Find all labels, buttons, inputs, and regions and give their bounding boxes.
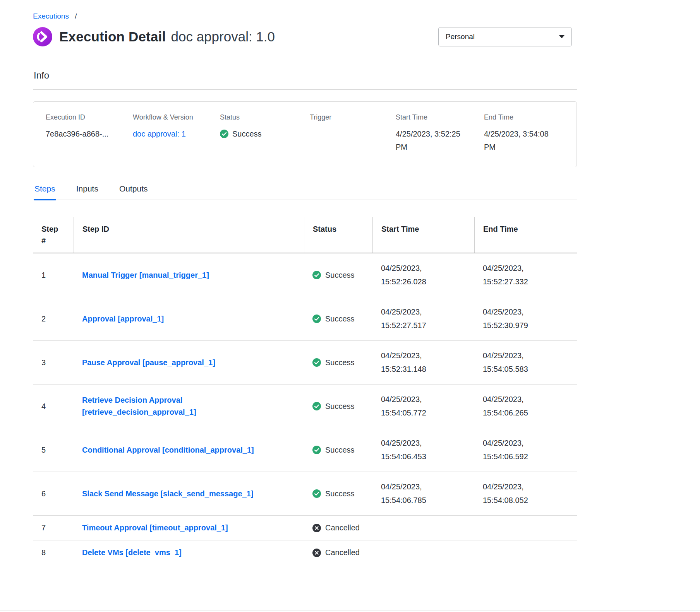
table-row: 8 Delete VMs [delete_vms_1] Cancelled xyxy=(33,540,577,565)
success-icon xyxy=(312,315,321,323)
step-start-time xyxy=(372,522,474,534)
step-end-time: 04/25/2023, 15:54:05.583 xyxy=(474,341,577,384)
info-section-title: Info xyxy=(34,70,577,81)
step-end-time xyxy=(474,522,577,534)
cancelled-icon xyxy=(312,549,321,557)
success-icon xyxy=(312,402,321,410)
status-value: Success xyxy=(232,127,262,140)
step-link[interactable]: Slack Send Message [slack_send_message_1… xyxy=(82,489,253,498)
table-row: 3 Pause Approval [pause_approval_1] Succ… xyxy=(33,341,577,385)
step-end-time: 04/25/2023, 15:52:27.332 xyxy=(474,253,577,297)
header-status: Status xyxy=(304,217,372,253)
chevron-down-icon xyxy=(559,35,564,38)
step-end-time: 04/25/2023, 15:54:06.265 xyxy=(474,385,577,428)
step-start-time: 04/25/2023, 15:54:05.772 xyxy=(372,385,474,428)
step-number: 6 xyxy=(33,481,74,506)
step-status: Success xyxy=(304,263,372,288)
window-bottom-divider xyxy=(0,610,700,610)
header-start-time: Start Time xyxy=(372,217,474,253)
step-number: 4 xyxy=(33,394,74,419)
end-time-label: End Time xyxy=(484,113,573,121)
step-status: Success xyxy=(304,306,372,332)
step-link[interactable]: Conditional Approval [conditional_approv… xyxy=(82,446,254,454)
scope-dropdown[interactable]: Personal xyxy=(438,27,572,46)
step-number: 5 xyxy=(33,438,74,463)
step-start-time: 04/25/2023, 15:54:06.453 xyxy=(372,428,474,472)
page-title: Execution Detail xyxy=(59,29,166,44)
step-status: Cancelled xyxy=(304,517,372,538)
table-row: 2 Approval [approval_1] Success 04/25/20… xyxy=(33,297,577,341)
header-divider xyxy=(33,56,577,56)
step-status: Success xyxy=(304,438,372,463)
info-divider xyxy=(33,89,577,90)
page-header: Execution Detail doc approval: 1.0 Perso… xyxy=(33,27,577,46)
cancelled-icon xyxy=(312,524,321,532)
step-end-time xyxy=(474,547,577,559)
step-status-label: Success xyxy=(325,489,355,498)
status-label: Status xyxy=(220,113,310,121)
success-icon xyxy=(220,130,228,138)
step-link[interactable]: Retrieve Decision Approval [retrieve_dec… xyxy=(82,396,196,416)
step-status: Success xyxy=(304,481,372,506)
steps-table: Step # Step ID Status Start Time End Tim… xyxy=(33,217,577,565)
table-row: 5 Conditional Approval [conditional_appr… xyxy=(33,428,577,472)
success-icon xyxy=(312,271,321,279)
step-number: 8 xyxy=(33,542,74,563)
breadcrumb-separator: / xyxy=(75,12,77,20)
step-status: Success xyxy=(304,350,372,375)
trigger-label: Trigger xyxy=(310,113,396,121)
step-status-label: Success xyxy=(325,271,355,280)
step-end-time: 04/25/2023, 15:52:30.979 xyxy=(474,297,577,340)
step-link[interactable]: Timeout Approval [timeout_approval_1] xyxy=(82,523,228,532)
step-start-time xyxy=(372,547,474,559)
tab-inputs[interactable]: Inputs xyxy=(75,184,99,200)
info-field-status: Status Success xyxy=(220,113,310,154)
execution-detail-page: Executions / Execution Detail doc approv… xyxy=(33,0,577,565)
info-field-workflow-version: Workflow & Version doc approval: 1 xyxy=(133,113,220,154)
step-status: Success xyxy=(304,394,372,419)
workflow-version-label: Workflow & Version xyxy=(133,113,220,121)
step-status-label: Cancelled xyxy=(325,523,360,532)
workflow-version-link[interactable]: doc approval: 1 xyxy=(133,130,186,138)
page-subtitle: doc approval: 1.0 xyxy=(171,29,275,44)
step-status-label: Success xyxy=(325,446,355,455)
step-start-time: 04/25/2023, 15:52:27.517 xyxy=(372,297,474,340)
step-start-time: 04/25/2023, 15:52:26.028 xyxy=(372,253,474,297)
step-status-label: Success xyxy=(325,315,355,323)
table-row: 6 Slack Send Message [slack_send_message… xyxy=(33,472,577,516)
step-end-time: 04/25/2023, 15:54:08.052 xyxy=(474,472,577,515)
success-icon xyxy=(312,358,321,367)
step-link[interactable]: Pause Approval [pause_approval_1] xyxy=(82,358,215,367)
step-status-label: Success xyxy=(325,402,355,411)
start-time-value: 4/25/2023, 3:52:25 PM xyxy=(396,127,472,154)
table-row: 7 Timeout Approval [timeout_approval_1] … xyxy=(33,516,577,540)
step-start-time: 04/25/2023, 15:52:31.148 xyxy=(372,341,474,384)
breadcrumb-executions-link[interactable]: Executions xyxy=(33,12,69,20)
scope-dropdown-value: Personal xyxy=(446,32,475,41)
start-time-label: Start Time xyxy=(396,113,484,121)
step-status: Cancelled xyxy=(304,542,372,563)
workflow-brand-icon xyxy=(33,27,52,46)
table-row: 4 Retrieve Decision Approval [retrieve_d… xyxy=(33,385,577,428)
info-field-execution-id: Execution ID 7e8ac396-a868-... xyxy=(46,113,133,154)
breadcrumb: Executions / xyxy=(33,12,577,21)
step-link[interactable]: Approval [approval_1] xyxy=(82,315,164,323)
end-time-value: 4/25/2023, 3:54:08 PM xyxy=(484,127,560,154)
info-field-trigger: Trigger xyxy=(310,113,396,154)
table-header: Step # Step ID Status Start Time End Tim… xyxy=(33,217,577,253)
step-link[interactable]: Manual Trigger [manual_trigger_1] xyxy=(82,271,209,279)
step-number: 3 xyxy=(33,350,74,375)
step-link[interactable]: Delete VMs [delete_vms_1] xyxy=(82,548,182,557)
header-end-time: End Time xyxy=(474,217,577,253)
step-number: 2 xyxy=(33,306,74,332)
header-step-id: Step ID xyxy=(74,217,304,253)
tab-bar: Steps Inputs Outputs xyxy=(33,184,577,200)
execution-id-label: Execution ID xyxy=(46,113,133,121)
step-status-label: Success xyxy=(325,358,355,367)
info-card: Execution ID 7e8ac396-a868-... Workflow … xyxy=(33,101,577,167)
tab-steps[interactable]: Steps xyxy=(34,184,56,200)
header-step-number: Step # xyxy=(33,217,74,253)
tab-outputs[interactable]: Outputs xyxy=(118,184,149,200)
step-number: 1 xyxy=(33,263,74,288)
success-icon xyxy=(312,489,321,498)
